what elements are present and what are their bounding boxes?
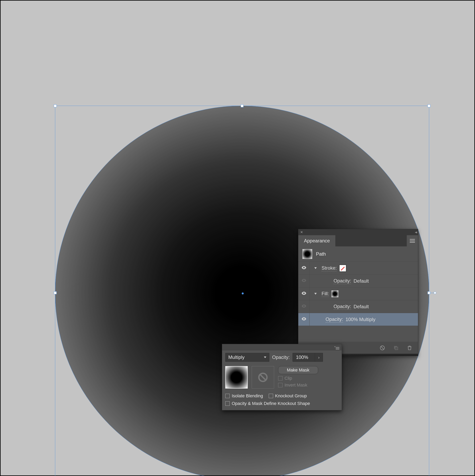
make-mask-label: Make Mask	[287, 368, 309, 373]
clip-label: Clip	[284, 376, 292, 381]
opacity-value: Default	[354, 304, 369, 309]
blend-mode-value: Multiply	[228, 355, 245, 360]
knockout-group-checkbox[interactable]	[269, 394, 273, 398]
eye-icon[interactable]	[301, 291, 307, 297]
stroke-row[interactable]: Stroke:	[298, 262, 418, 274]
panel-menu-button[interactable]	[407, 235, 418, 246]
knockout-group-row[interactable]: Knockout Group	[269, 393, 307, 399]
define-knockout-label: Opacity & Mask Define Knockout Shape	[232, 401, 310, 406]
collapse-icon[interactable]: ◂◂	[415, 230, 416, 234]
make-mask-button[interactable]: Make Mask	[278, 366, 318, 374]
isolate-blending-label: Isolate Blending	[232, 393, 263, 399]
object-opacity-row[interactable]: Opacity: 100% Multiply	[298, 313, 418, 326]
transparency-panel[interactable]: Multiply Opacity: 100% › Make Mask Clip …	[222, 344, 342, 410]
eye-icon[interactable]	[301, 316, 307, 323]
eye-icon[interactable]	[301, 278, 307, 284]
chevron-down-icon[interactable]	[314, 267, 317, 269]
knockout-group-label: Knockout Group	[275, 393, 307, 399]
panel-menu-icon[interactable]	[336, 344, 339, 351]
clip-checkbox-row: Clip	[278, 376, 339, 381]
duplicate-icon[interactable]	[393, 345, 399, 351]
rotate-handle[interactable]	[434, 292, 436, 294]
handle-top-left[interactable]	[54, 104, 57, 107]
transparency-thumbs-row: Make Mask Clip Invert Mask	[222, 364, 342, 392]
define-knockout-checkbox[interactable]	[225, 401, 230, 406]
appearance-panel[interactable]: × ◂◂ Appearance Path Stroke:	[298, 229, 418, 356]
handle-top-right[interactable]	[427, 104, 430, 107]
opacity-value[interactable]: 100%	[293, 353, 315, 361]
stroke-opacity-row[interactable]: Opacity: Default	[298, 274, 418, 287]
isolate-blending-checkbox[interactable]	[225, 394, 230, 398]
transparency-controls-row: Multiply Opacity: 100% ›	[222, 351, 342, 364]
invert-mask-checkbox	[278, 383, 282, 387]
chevron-right-icon[interactable]: ›	[315, 353, 323, 361]
tab-label: Appearance	[304, 238, 330, 244]
isolate-blending-row[interactable]: Isolate Blending	[225, 393, 263, 399]
no-symbol-icon[interactable]	[379, 345, 385, 351]
blend-mode-dropdown[interactable]: Multiply	[225, 353, 269, 362]
close-icon[interactable]: ×	[300, 230, 303, 234]
hamburger-icon	[410, 239, 415, 243]
target-thumbnail	[302, 249, 312, 259]
invert-mask-checkbox-row: Invert Mask	[278, 383, 339, 388]
opacity-label[interactable]: Opacity:	[334, 304, 351, 310]
opacity-label: Opacity:	[272, 355, 290, 360]
svg-line-5	[260, 374, 266, 380]
appearance-body: Path Stroke: Opacity: Default	[298, 246, 418, 356]
stroke-label[interactable]: Stroke:	[322, 265, 337, 271]
chevron-down-icon	[264, 357, 266, 358]
trash-icon[interactable]	[407, 345, 412, 351]
object-thumbnail[interactable]	[225, 366, 248, 389]
svg-line-1	[381, 346, 384, 349]
appearance-target-row[interactable]: Path	[298, 246, 418, 262]
chevron-down-icon[interactable]	[314, 293, 317, 295]
stroke-swatch-none[interactable]	[339, 265, 346, 272]
mask-thumbnail[interactable]	[252, 366, 274, 389]
panel-tab-row: Appearance	[298, 235, 418, 246]
transparency-titlebar[interactable]	[222, 344, 342, 351]
fill-swatch[interactable]	[331, 290, 339, 297]
fill-opacity-row[interactable]: Opacity: Default	[298, 300, 418, 313]
panel-titlebar[interactable]: × ◂◂	[298, 229, 418, 235]
opacity-label[interactable]: Opacity:	[334, 278, 351, 284]
opacity-value: 100% Multiply	[345, 317, 375, 322]
define-knockout-row[interactable]: Opacity & Mask Define Knockout Shape	[225, 401, 339, 406]
clip-checkbox	[278, 376, 282, 380]
opacity-field[interactable]: 100% ›	[293, 353, 323, 362]
tab-appearance[interactable]: Appearance	[298, 235, 335, 246]
target-label: Path	[316, 251, 326, 257]
invert-mask-label: Invert Mask	[284, 383, 307, 388]
fill-label[interactable]: Fill:	[322, 291, 329, 297]
selection-center-point	[242, 292, 244, 294]
transparency-options: Isolate Blending Knockout Group Opacity …	[222, 392, 342, 410]
fill-row[interactable]: Fill:	[298, 287, 418, 300]
eye-icon[interactable]	[301, 265, 307, 272]
appearance-empty-area	[298, 326, 418, 342]
svg-rect-3	[395, 347, 398, 350]
opacity-value: Default	[354, 278, 369, 284]
eye-icon[interactable]	[301, 304, 307, 310]
opacity-label[interactable]: Opacity:	[326, 316, 343, 323]
